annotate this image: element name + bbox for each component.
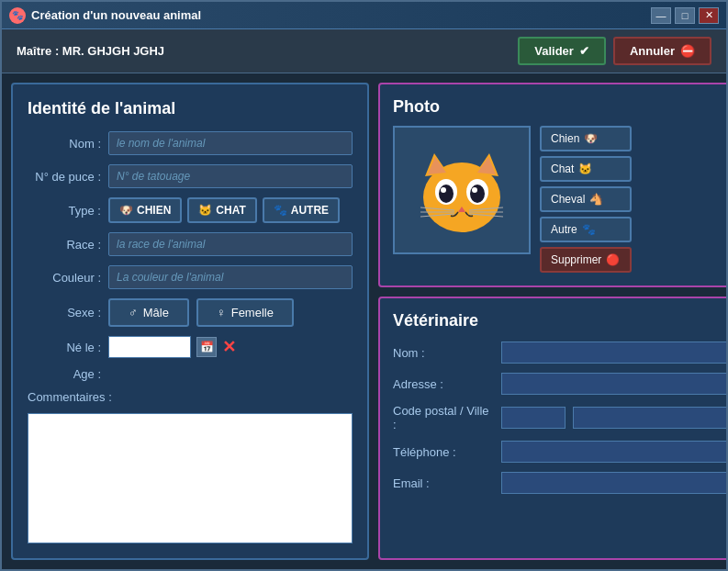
chat-icon: 🐱 [578,162,592,175]
nom-label: Nom : [28,137,101,151]
svg-point-7 [439,185,454,203]
chien-label: Chien [551,132,579,145]
vet-email-row: Email : [393,472,726,494]
maximize-button[interactable]: □ [675,7,695,24]
calendar-button[interactable]: 📅 [196,337,217,357]
minimize-button[interactable]: — [651,7,671,24]
type-label: Type : [28,204,101,218]
vet-tel-row: Téléphone : [393,441,726,463]
photo-preview [393,126,531,254]
type-chien-button[interactable]: 🐶 CHIEN [108,197,182,223]
vet-cp-row: Code postal / Ville : [393,404,726,431]
nele-row: Né le : 📅 ✕ [28,336,353,358]
vet-adresse-row: Adresse : [393,373,726,395]
cat-svg [407,135,517,245]
vet-tel-input[interactable] [501,441,726,463]
svg-point-10 [472,187,477,193]
sex-buttons: ♂ Mâle ♀ Femelle [108,298,294,327]
photo-autre-button[interactable]: Autre 🐾 [540,217,632,242]
photo-section: Photo [378,83,726,287]
type-autre-button[interactable]: 🐾 AUTRE [263,197,340,223]
vet-adresse-label: Adresse : [393,377,494,391]
master-name: MR. GHJGH JGHJ [62,44,164,58]
sexe-row: Sexe : ♂ Mâle ♀ Femelle [28,298,353,327]
master-label-text: Maître : [17,44,59,58]
cancel-button[interactable]: Annuler ⛔ [613,37,711,65]
sexe-label: Sexe : [28,306,101,319]
autre-icon: 🐾 [582,223,596,236]
vet-email-label: Email : [393,476,494,490]
photo-content: Chien 🐶 Chat 🐱 Cheval 🐴 Autre [393,126,726,273]
race-input[interactable] [108,232,353,256]
vet-nom-label: Nom : [393,346,494,360]
photo-chat-button[interactable]: Chat 🐱 [540,156,632,182]
master-info: Maître : MR. GHJGH JGHJ [17,44,518,58]
race-label: Race : [28,238,101,252]
commentaires-label-row: Commentaires : [28,390,353,404]
vet-section: Vétérinaire Nom : Adresse : Code postal … [378,297,726,560]
clear-date-button[interactable]: ✕ [222,337,236,357]
age-label: Age : [28,367,101,381]
toolbar: Maître : MR. GHJGH JGHJ Valider ✔ Annule… [2,29,726,73]
window-controls: — □ ✕ [651,7,719,24]
vet-nom-input[interactable] [501,341,726,364]
vet-form: Nom : Adresse : Code postal / Ville : Té… [393,341,726,494]
puce-input[interactable] [108,164,353,188]
race-row: Race : [28,232,353,256]
male-icon: ♂ [129,306,138,319]
commentaires-label: Commentaires : [28,390,112,404]
close-button[interactable]: ✕ [699,7,719,24]
age-row: Age : [28,367,353,381]
delete-photo-button[interactable]: Supprimer 🔴 [540,247,632,273]
validate-label: Valider [534,44,574,58]
chien-icon: 🐶 [584,132,598,145]
cheval-icon: 🐴 [589,193,603,206]
couleur-input[interactable] [108,265,353,289]
type-buttons: 🐶 CHIEN 🐱 CHAT 🐾 AUTRE [108,197,340,223]
delete-label: Supprimer [551,253,601,266]
vet-email-input[interactable] [501,472,726,494]
type-row: Type : 🐶 CHIEN 🐱 CHAT 🐾 AUTRE [28,197,353,223]
autre-label: Autre [551,223,577,236]
identity-title: Identité de l'animal [28,99,353,118]
vet-codepostal-input[interactable] [501,407,566,429]
femelle-icon: ♀ [217,306,226,319]
title-bar: 🐾 Création d'un nouveau animal — □ ✕ [2,2,726,29]
vet-nom-row: Nom : [393,341,726,364]
nele-label: Né le : [28,341,101,354]
nom-input[interactable] [108,131,353,155]
window-title: Création d'un nouveau animal [31,8,651,22]
puce-label: N° de puce : [28,170,101,184]
cancel-icon: ⛔ [680,44,695,58]
male-button[interactable]: ♂ Mâle [108,298,189,327]
date-row: 📅 ✕ [108,336,236,358]
validate-button[interactable]: Valider ✔ [518,37,606,65]
identity-panel: Identité de l'animal Nom : N° de puce : … [11,83,369,560]
svg-point-9 [441,187,446,193]
date-input[interactable] [108,336,191,358]
main-content: Identité de l'animal Nom : N° de puce : … [2,73,726,569]
commentaires-input[interactable] [28,413,353,543]
photo-title: Photo [393,97,726,117]
delete-icon: 🔴 [606,253,620,266]
chat-label: Chat [551,162,574,175]
toolbar-buttons: Valider ✔ Annuler ⛔ [518,37,711,65]
vet-title: Vétérinaire [393,311,726,330]
svg-point-8 [470,185,485,203]
femelle-label: Femelle [231,306,274,319]
vet-tel-label: Téléphone : [393,445,494,459]
photo-chien-button[interactable]: Chien 🐶 [540,126,632,151]
validate-icon: ✔ [579,44,589,58]
vet-ville-input[interactable] [573,407,726,429]
vet-cp-label: Code postal / Ville : [393,404,494,431]
puce-row: N° de puce : [28,164,353,188]
cheval-label: Cheval [551,193,585,206]
photo-cheval-button[interactable]: Cheval 🐴 [540,186,632,212]
vet-adresse-input[interactable] [501,373,726,395]
couleur-row: Couleur : [28,265,353,289]
type-chat-button[interactable]: 🐱 CHAT [187,197,256,223]
right-panel: Photo [378,83,726,560]
femelle-button[interactable]: ♀ Femelle [196,298,294,327]
male-label: Mâle [143,306,169,319]
window-icon: 🐾 [9,7,26,24]
